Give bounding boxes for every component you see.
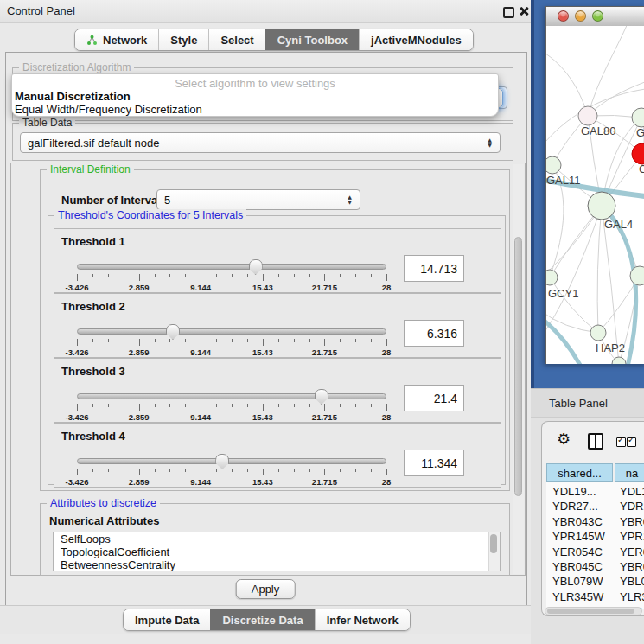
slider-tick-labels: -3.4262.8599.14415.4321.71528 (77, 348, 386, 357)
slider-ticks (77, 339, 386, 348)
attribute-item-selfloops[interactable]: SelfLoops (54, 532, 500, 545)
slider-thumb[interactable] (166, 324, 180, 340)
network-window-titlebar[interactable] (546, 7, 644, 27)
tab-label: Impute Data (135, 614, 199, 627)
bottom-tab-bar: Impute DataDiscretize DataInfer Network (123, 609, 411, 631)
slider-track[interactable] (77, 393, 386, 399)
threshold-slider[interactable]: -3.4262.8599.14415.4321.71528 (77, 260, 386, 291)
threshold-value-field[interactable]: 11.344 (404, 450, 464, 476)
node-label: C (639, 163, 644, 175)
gear-icon[interactable]: ⚙ (557, 430, 571, 448)
slider-track[interactable] (77, 264, 386, 270)
table-rows: YDL19...YDL1YDR27...YDR2YBR043CYBR0YPR14… (546, 482, 644, 609)
tab-infer-network[interactable]: Infer Network (315, 609, 410, 630)
network-node-hap2[interactable] (590, 325, 606, 341)
number-of-intervals-combobox[interactable]: 5 ▲▼ (156, 189, 360, 210)
threshold-value-field[interactable]: 21.4 (404, 385, 464, 411)
column-header-shared[interactable]: shared... (546, 463, 613, 482)
network-node-gal80[interactable] (578, 106, 597, 125)
algorithm-option-manual-discretization[interactable]: Manual Discretization (12, 90, 498, 103)
apply-button[interactable]: Apply (236, 579, 296, 599)
threshold-slider[interactable]: -3.4262.8599.14415.4321.71528 (77, 455, 386, 486)
close-traffic-light-icon[interactable] (558, 10, 569, 22)
cell-name: YBR0 (620, 560, 644, 573)
thresholds-group: Threshold's Coordinates for 5 Intervals … (48, 215, 506, 485)
attributes-scrollbar[interactable] (488, 532, 500, 571)
close-icon[interactable] (519, 6, 529, 16)
threshold-panel-4: Threshold 4-3.4262.8599.14415.4321.71528… (54, 423, 501, 488)
tab-label: Cyni Toolbox (277, 34, 348, 47)
scrollbar-thumb[interactable] (547, 609, 634, 614)
table-row[interactable]: YDR27...YDR2 (546, 500, 644, 514)
tab-select[interactable]: Select (208, 29, 265, 50)
column-header-na[interactable]: na (615, 463, 644, 482)
network-canvas[interactable]: GAL80GCGAL11GAL4GCY1HHAP2 (546, 26, 644, 364)
tab-style[interactable]: Style (158, 29, 208, 50)
table-row[interactable]: YDL19...YDL1 (546, 485, 644, 500)
attribute-item-betweennesscentrality[interactable]: BetweennessCentrality (54, 558, 500, 571)
slider-thumb[interactable] (215, 454, 229, 469)
cell-name: YPR1 (620, 530, 644, 543)
tab-jactivemnodules[interactable]: jActiveMNodules (359, 29, 473, 50)
cell-shared-name: YER054C (552, 545, 603, 558)
slider-thumb[interactable] (249, 259, 263, 275)
slider-thumb[interactable] (315, 389, 328, 405)
checkbox-icon[interactable]: ✓ (627, 437, 636, 447)
slider-track[interactable] (77, 458, 386, 464)
scrollbar-thumb[interactable] (490, 534, 497, 553)
tab-impute-data[interactable]: Impute Data (124, 609, 210, 630)
slider-tick-labels: -3.4262.8599.14415.4321.71528 (77, 412, 386, 422)
threshold-value-field[interactable]: 6.316 (404, 320, 464, 347)
table-row[interactable]: YBR045CYBR0 (546, 560, 644, 575)
minimize-traffic-light-icon[interactable] (575, 10, 586, 22)
network-node-gcy1[interactable] (546, 270, 558, 285)
stepper-icon[interactable]: ▲▼ (483, 135, 496, 150)
table-data-combobox-value: galFiltered.sif default node (21, 137, 483, 150)
attribute-item-topologicalcoefficient[interactable]: TopologicalCoefficient (54, 545, 500, 558)
zoom-traffic-light-icon[interactable] (592, 10, 603, 22)
vertical-scrollbar[interactable] (513, 164, 524, 574)
node-label: HAP2 (596, 341, 625, 354)
algorithm-option-equal-width-frequency-discretization[interactable]: Equal Width/Frequency Discretization (12, 103, 498, 116)
network-window[interactable]: GAL80GCGAL11GAL4GCY1HHAP2 (545, 6, 644, 364)
numerical-attributes-list[interactable]: SelfLoopsTopologicalCoefficientBetweenne… (53, 532, 501, 571)
cell-name: YDR2 (620, 500, 644, 513)
attributes-group: Attributes to discretize Numerical Attri… (40, 503, 510, 576)
slider-tick-labels: -3.4262.8599.14415.4321.71528 (77, 477, 386, 487)
threshold-slider[interactable]: -3.4262.8599.14415.4321.71528 (77, 325, 386, 356)
threshold-value-field[interactable]: 14.713 (404, 255, 464, 282)
algorithm-popup-items: Manual DiscretizationEqual Width/Frequen… (12, 90, 498, 116)
table-row[interactable]: YLR345WYLR3 (546, 590, 644, 605)
cell-name: YBR0 (620, 515, 644, 528)
attributes-group-title: Attributes to discretize (47, 497, 160, 509)
cell-shared-name: YBL079W (552, 575, 603, 588)
table-data-group-title: Table Data (19, 117, 75, 129)
table-row[interactable]: YBL079WYBL0 (546, 575, 644, 590)
table-data-combobox[interactable]: galFiltered.sif default node ▲▼ (20, 132, 501, 153)
float-window-icon[interactable] (503, 7, 514, 18)
cell-name: YDL1 (620, 485, 644, 498)
threshold-panel-3: Threshold 3-3.4262.8599.14415.4321.71528… (54, 358, 501, 423)
slider-track[interactable] (77, 328, 386, 335)
table-row[interactable]: YER054CYER0 (546, 545, 644, 560)
table-row[interactable]: YPR145WYPR1 (546, 530, 644, 545)
threshold-slider[interactable]: -3.4262.8599.14415.4321.71528 (77, 390, 386, 421)
tab-label: Network (103, 34, 147, 47)
slider-ticks (77, 469, 386, 477)
checkbox-icon[interactable]: ✓ (616, 437, 626, 447)
table-data-group: Table Data galFiltered.sif default node … (12, 123, 513, 161)
tab-cyni-toolbox[interactable]: Cyni Toolbox (265, 29, 359, 50)
node-label: GAL4 (604, 218, 633, 231)
control-panel-titlebar: Control Panel (0, 0, 531, 23)
horizontal-scrollbar[interactable] (545, 607, 642, 615)
network-node-gal11[interactable] (546, 156, 561, 174)
tab-label: jActiveMNodules (371, 34, 462, 47)
scrollbar-thumb[interactable] (514, 237, 522, 496)
table-row[interactable]: YBR043CYBR0 (546, 515, 644, 530)
tab-network[interactable]: Network (75, 29, 158, 50)
stepper-icon[interactable]: ▲▼ (343, 192, 356, 207)
split-column-icon[interactable] (588, 433, 603, 450)
network-node-g[interactable] (632, 108, 644, 127)
tab-discretize-data[interactable]: Discretize Data (210, 609, 314, 630)
network-node-gal4[interactable] (588, 192, 615, 220)
